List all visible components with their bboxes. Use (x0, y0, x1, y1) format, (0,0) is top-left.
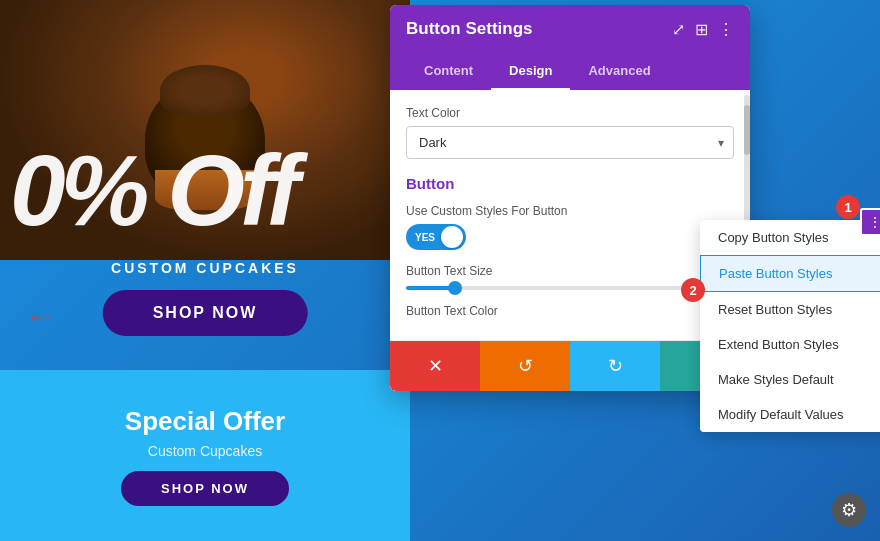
arrow-indicator: → (25, 302, 55, 336)
special-offer-subtitle: Custom Cupcakes (148, 443, 262, 459)
special-offer-title: Special Offer (125, 406, 285, 437)
panel-header: Button Settings ⤢ ⊞ ⋮ (390, 5, 750, 53)
settings-gear-button[interactable]: ⚙ (832, 493, 866, 527)
shop-now-button-bottom[interactable]: SHOP NOW (121, 471, 289, 506)
context-menu-modify-default[interactable]: Modify Default Values (700, 397, 880, 432)
toggle-row: YES (406, 224, 734, 250)
shop-now-button-top[interactable]: SHOP NOW (103, 290, 308, 336)
three-dot-button[interactable]: ⋮ (860, 208, 880, 236)
panel-header-icons: ⤢ ⊞ ⋮ (672, 20, 734, 39)
text-color-label: Text Color (406, 106, 734, 120)
tab-design[interactable]: Design (491, 53, 570, 90)
percent-off-text: 0% Off (10, 140, 295, 240)
panel-title: Button Settings (406, 19, 533, 39)
reset-button[interactable]: ↺ (480, 341, 570, 391)
badge-2: 2 (681, 278, 705, 302)
cupcakes-label: CUSTOM CUPCAKES (0, 260, 410, 276)
scroll-thumb (744, 105, 750, 155)
slider-thumb[interactable] (448, 281, 462, 295)
button-settings-panel: Button Settings ⤢ ⊞ ⋮ Content Design Adv… (390, 5, 750, 391)
text-color-select[interactable]: Dark Light (406, 126, 734, 159)
context-menu: Copy Button Styles Paste Button Styles R… (700, 220, 880, 432)
context-menu-extend[interactable]: Extend Button Styles (700, 327, 880, 362)
cancel-button[interactable]: ✕ (390, 341, 480, 391)
left-background: 0% Off CUSTOM CUPCAKES → SHOP NOW Specia… (0, 0, 410, 541)
tab-content[interactable]: Content (406, 53, 491, 90)
button-section-title: Button (406, 175, 734, 192)
more-icon[interactable]: ⋮ (718, 20, 734, 39)
context-menu-paste[interactable]: Paste Button Styles (700, 255, 880, 292)
redo-button[interactable]: ↻ (570, 341, 660, 391)
panel-tabs: Content Design Advanced (390, 53, 750, 90)
three-dot-icon: ⋮ (868, 215, 881, 229)
context-menu-make-default[interactable]: Make Styles Default (700, 362, 880, 397)
custom-styles-toggle[interactable]: YES (406, 224, 466, 250)
panel-body: Text Color Dark Light ▾ Button Use Custo… (390, 90, 750, 340)
panel-footer: ✕ ↺ ↻ ✓ (390, 340, 750, 391)
button-text-size-label: Button Text Size (406, 264, 734, 278)
gear-icon: ⚙ (841, 499, 857, 521)
tab-advanced[interactable]: Advanced (570, 53, 668, 90)
badge-1: 1 (836, 195, 860, 219)
custom-styles-label: Use Custom Styles For Button (406, 204, 734, 218)
special-offer-section: Special Offer Custom Cupcakes SHOP NOW (0, 370, 410, 541)
context-menu-copy[interactable]: Copy Button Styles (700, 220, 880, 255)
columns-icon[interactable]: ⊞ (695, 20, 708, 39)
toggle-knob (441, 226, 463, 248)
context-menu-reset[interactable]: Reset Button Styles (700, 292, 880, 327)
button-text-color-label: Button Text Color (406, 304, 734, 318)
text-color-select-wrapper: Dark Light ▾ (406, 126, 734, 159)
resize-icon[interactable]: ⤢ (672, 20, 685, 39)
toggle-yes-label: YES (409, 232, 435, 243)
